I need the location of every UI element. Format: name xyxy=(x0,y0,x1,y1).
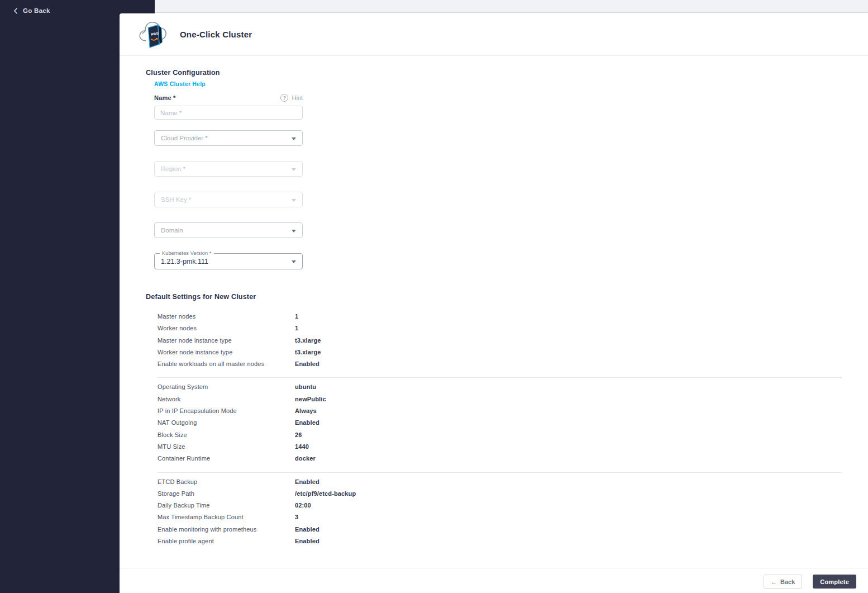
settings-row-value: t3.xlarge xyxy=(295,337,321,344)
settings-row-value: Enabled xyxy=(295,538,319,544)
section-title-default-settings: Default Settings for New Cluster xyxy=(146,293,868,301)
content: Cluster Configuration AWS Cluster Help N… xyxy=(120,69,868,549)
settings-row-value: t3.xlarge xyxy=(295,349,321,355)
complete-button[interactable]: Complete xyxy=(813,575,856,589)
settings-row: Block Size26 xyxy=(158,431,842,443)
name-field-label: Name * xyxy=(154,94,176,101)
settings-row: Enable monitoring with prometheusEnabled xyxy=(158,526,842,538)
settings-row-label: Max Timestamp Backup Count xyxy=(158,514,295,520)
settings-row-label: MTU Size xyxy=(158,443,295,450)
settings-groups: Master nodes1Worker nodes1Master node in… xyxy=(158,313,842,549)
settings-row-label: ETCD Backup xyxy=(158,478,295,485)
settings-row-label: NAT Outgoing xyxy=(158,419,295,426)
chevron-left-icon xyxy=(13,8,18,14)
select-region[interactable]: Region * xyxy=(154,161,303,177)
settings-row: IP in IP Encapsulation ModeAlways xyxy=(158,407,842,419)
settings-row: NAT OutgoingEnabled xyxy=(158,419,842,431)
settings-row-value: docker xyxy=(295,455,316,462)
field-column: Name * ? Hint Cloud Provider *Region *SS… xyxy=(154,94,303,269)
kubernetes-version-value: 1.21.3-pmk.111 xyxy=(161,258,208,265)
settings-row-value: newPublic xyxy=(295,396,326,402)
settings-row-label: Enable profile agent xyxy=(158,538,295,544)
main-card: aws One-Click Cluster Cluster Configurat… xyxy=(120,13,868,593)
settings-row-label: Worker nodes xyxy=(158,325,295,331)
settings-row: Max Timestamp Backup Count3 xyxy=(158,514,842,525)
select-ssh-key[interactable]: SSH Key * xyxy=(154,192,303,207)
settings-row-label: Master nodes xyxy=(158,313,295,320)
page-title: One-Click Cluster xyxy=(180,30,252,39)
name-label-row: Name * ? Hint xyxy=(154,94,303,102)
go-back-button[interactable]: Go Back xyxy=(13,7,50,14)
footer-buttons: ← Back Complete xyxy=(764,575,856,589)
settings-row-value: /etc/pf9/etcd-backup xyxy=(295,490,356,497)
settings-row: NetworknewPublic xyxy=(158,396,842,407)
settings-row-label: Daily Backup Time xyxy=(158,502,295,509)
settings-row-value: 3 xyxy=(295,514,298,520)
settings-row: Worker node instance typet3.xlarge xyxy=(158,349,842,360)
card-header: aws One-Click Cluster xyxy=(120,13,868,56)
settings-row-value: ubuntu xyxy=(295,383,316,390)
select-placeholder: SSH Key * xyxy=(161,196,191,203)
settings-row: Worker nodes1 xyxy=(158,325,842,336)
settings-row-label: Network xyxy=(158,396,295,402)
chevron-down-icon xyxy=(292,168,296,171)
settings-row-label: Enable workloads on all master nodes xyxy=(158,360,295,367)
go-back-label: Go Back xyxy=(23,7,50,14)
complete-button-label: Complete xyxy=(820,578,849,585)
kubernetes-version-label: Kubernetes Version * xyxy=(160,250,214,256)
settings-row-label: Storage Path xyxy=(158,490,295,497)
settings-row: ETCD BackupEnabled xyxy=(158,478,842,490)
settings-divider xyxy=(158,377,842,378)
select-fields: Cloud Provider *Region *SSH Key *Domain xyxy=(154,130,303,238)
chevron-down-icon xyxy=(292,137,296,140)
arrow-left-icon: ← xyxy=(771,578,777,585)
settings-row-label: Operating System xyxy=(158,383,295,390)
chevron-down-icon xyxy=(292,230,296,233)
settings-row-label: Container Runtime xyxy=(158,455,295,462)
settings-row-label: Enable monitoring with prometheus xyxy=(158,526,295,533)
select-kubernetes-version[interactable]: Kubernetes Version * 1.21.3-pmk.111 xyxy=(154,253,303,269)
settings-row-value: 26 xyxy=(295,431,302,438)
select-placeholder: Region * xyxy=(161,165,185,172)
settings-row: Enable workloads on all master nodesEnab… xyxy=(158,360,842,372)
section-title-cluster-configuration: Cluster Configuration xyxy=(146,69,868,77)
question-circle-icon: ? xyxy=(280,94,288,102)
aws-cloud-icon: aws xyxy=(136,18,169,51)
settings-row: Storage Path/etc/pf9/etcd-backup xyxy=(158,490,842,502)
chevron-down-icon xyxy=(292,199,296,202)
settings-row-label: Worker node instance type xyxy=(158,349,295,355)
settings-row-value: Enabled xyxy=(295,526,319,533)
hint-label: Hint xyxy=(292,94,303,101)
settings-row: Master nodes1 xyxy=(158,313,842,325)
settings-row: Daily Backup Time02:00 xyxy=(158,502,842,514)
settings-row-value: 02:00 xyxy=(295,502,311,509)
settings-row: Container Runtimedocker xyxy=(158,455,842,467)
settings-row-value: Enabled xyxy=(295,419,319,426)
settings-row-value: Enabled xyxy=(295,360,319,367)
settings-row: Master node instance typet3.xlarge xyxy=(158,337,842,349)
select-placeholder: Cloud Provider * xyxy=(161,135,208,141)
settings-row: Enable profile agentEnabled xyxy=(158,538,842,549)
settings-row: MTU Size1440 xyxy=(158,443,842,455)
settings-row-value: 1 xyxy=(295,313,298,320)
settings-row-label: Master node instance type xyxy=(158,337,295,344)
settings-row: Operating Systemubuntu xyxy=(158,383,842,395)
settings-row-value: 1440 xyxy=(295,443,309,450)
card-footer: ← Back Complete xyxy=(120,568,868,593)
aws-cluster-help-link[interactable]: AWS Cluster Help xyxy=(154,80,206,87)
settings-row-label: Block Size xyxy=(158,431,295,438)
back-button[interactable]: ← Back xyxy=(764,575,802,589)
name-input[interactable] xyxy=(154,106,303,120)
settings-row-label: IP in IP Encapsulation Mode xyxy=(158,407,295,414)
select-domain[interactable]: Domain xyxy=(154,222,303,238)
back-button-label: Back xyxy=(780,578,795,585)
settings-row-value: Always xyxy=(295,407,317,414)
settings-row-value: Enabled xyxy=(295,478,319,485)
select-cloud-provider[interactable]: Cloud Provider * xyxy=(154,130,303,146)
select-placeholder: Domain xyxy=(161,227,183,234)
chevron-down-icon xyxy=(292,260,296,263)
settings-divider xyxy=(158,472,842,473)
settings-row-value: 1 xyxy=(295,325,298,331)
hint-button[interactable]: ? Hint xyxy=(280,94,303,102)
